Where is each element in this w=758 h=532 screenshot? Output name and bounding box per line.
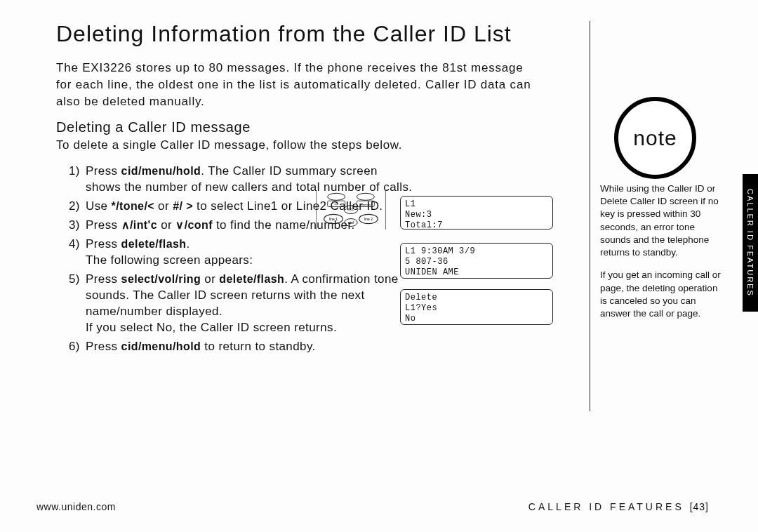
- keypad-illustration: cid/ memory int'c line 1 line 2 conf: [316, 191, 386, 230]
- page-title: Deleting Information from the Caller ID …: [56, 21, 709, 47]
- svg-text:conf: conf: [348, 221, 354, 225]
- note-1: While using the Caller ID or Delete Call…: [600, 182, 723, 259]
- vertical-divider: [590, 21, 590, 411]
- svg-text:line 2: line 2: [364, 217, 373, 221]
- svg-point-2: [328, 193, 345, 200]
- footer-section: CALLER ID FEATURES [43]: [528, 501, 709, 512]
- note-badge: note: [614, 97, 696, 179]
- lcd-screen-3: Delete L1?Yes No: [400, 289, 553, 325]
- intro-paragraph: The EXI3226 stores up to 80 messages. If…: [56, 60, 540, 109]
- step-5: 5) Press select/vol/ring or delete/flash…: [72, 272, 415, 336]
- sub-title: Deleting a Caller ID message: [56, 119, 709, 135]
- svg-text:line 1: line 1: [329, 217, 338, 221]
- lcd-screen-2: L1 9:30AM 3/9 5 807-36 UNIDEN AME: [400, 243, 553, 279]
- manual-page: Deleting Information from the Caller ID …: [0, 0, 758, 532]
- note-column: While using the Caller ID or Delete Call…: [600, 182, 723, 330]
- svg-text:memory: memory: [360, 203, 371, 206]
- step-6: 6) Press cid/menu/hold to return to stan…: [72, 339, 415, 355]
- svg-text:int'c: int'c: [348, 208, 354, 211]
- svg-point-3: [357, 193, 374, 200]
- note-2: If you get an incoming call or page, the…: [600, 269, 723, 320]
- lcd-screen-1: L1 New:3 Total:7: [400, 196, 553, 230]
- footer-url: www.uniden.com: [36, 501, 116, 512]
- side-tab: CALLER ID FEATURES: [743, 174, 758, 312]
- cid-label: cid/: [334, 203, 338, 206]
- sub-intro: To delete a single Caller ID message, fo…: [56, 138, 709, 152]
- step-4: 4) Press delete/flash. The following scr…: [72, 237, 415, 269]
